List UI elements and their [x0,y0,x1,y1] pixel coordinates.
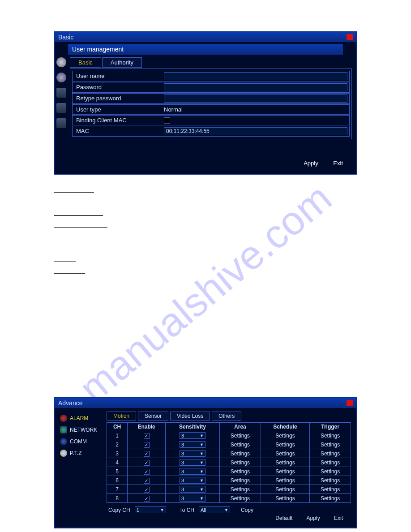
close-icon[interactable] [347,34,353,40]
cell-enable: ✓ [128,449,166,458]
retype-label: Retype password [73,94,162,103]
comm-icon [60,438,67,445]
tab-motion[interactable]: Motion [107,412,136,420]
sensitivity-select[interactable]: 3▼ [180,486,206,493]
area-settings-button[interactable]: Settings [220,458,261,467]
sensitivity-select[interactable]: 3▼ [180,441,206,448]
cell-sensitivity: 3▼ [165,476,219,485]
button-row: Apply Exit [70,157,352,169]
schedule-settings-button[interactable]: Settings [261,431,309,440]
display-icon[interactable] [56,88,66,98]
username-input[interactable] [164,72,347,80]
users-icon[interactable] [56,118,66,128]
default-button[interactable]: Default [275,515,292,521]
cell-sensitivity: 3▼ [165,431,219,440]
password-input[interactable] [164,83,347,91]
enable-checkbox[interactable]: ✓ [144,433,150,439]
area-settings-button[interactable]: Settings [220,449,261,458]
schedule-settings-button[interactable]: Settings [261,449,309,458]
apply-button[interactable]: Apply [304,160,318,167]
copy-ch-select[interactable]: 1▼ [135,506,166,513]
schedule-settings-button[interactable]: Settings [261,485,309,494]
sensitivity-select[interactable]: 3▼ [180,450,206,457]
table-row: 4✓3▼SettingsSettingsSettings [107,458,351,467]
area-settings-button[interactable]: Settings [220,476,261,485]
schedule-settings-button[interactable]: Settings [261,440,309,449]
schedule-settings-button[interactable]: Settings [261,476,309,485]
sensitivity-select[interactable]: 3▼ [180,477,206,484]
trigger-settings-button[interactable]: Settings [310,485,351,494]
sensitivity-select[interactable]: 3▼ [180,459,206,466]
mac-input[interactable] [164,127,347,135]
col-ch: CH [107,423,128,431]
tab-sensor[interactable]: Sensor [138,412,168,420]
enable-checkbox[interactable]: ✓ [144,487,150,493]
close-icon[interactable] [347,400,353,406]
area-settings-button[interactable]: Settings [220,440,261,449]
retype-input[interactable] [164,94,347,103]
area-settings-button[interactable]: Settings [220,494,261,503]
trigger-settings-button[interactable]: Settings [310,449,351,458]
cell-ch: 8 [107,494,128,503]
enable-checkbox[interactable]: ✓ [144,469,150,475]
area-settings-button[interactable]: Settings [220,431,261,440]
nav-label: P.T.Z [70,450,81,456]
apply-button[interactable]: Apply [307,515,320,521]
advance-window: Advance ALARM NETWORK COMM P. [54,397,357,528]
sidebar [55,55,68,174]
area-settings-button[interactable]: Settings [220,467,261,476]
inner-title-label: User management [72,46,124,53]
cell-ch: 4 [107,458,128,467]
schedule-settings-button[interactable]: Settings [261,467,309,476]
tab-others[interactable]: Others [212,412,241,420]
nav-label: ALARM [70,415,88,421]
exit-button[interactable]: Exit [334,515,343,521]
table-row: 3✓3▼SettingsSettingsSettings [107,449,351,458]
enable-checkbox[interactable]: ✓ [144,442,150,448]
to-ch-select[interactable]: All▼ [199,506,230,513]
cell-enable: ✓ [128,458,166,467]
nav-label: NETWORK [70,427,97,433]
exit-button[interactable]: Exit [333,160,343,167]
trigger-settings-button[interactable]: Settings [310,467,351,476]
alarm-icon [60,415,67,422]
sensitivity-select[interactable]: 3▼ [180,495,206,502]
cell-enable: ✓ [128,431,166,440]
enable-checkbox[interactable]: ✓ [144,451,150,457]
nav-ptz[interactable]: P.T.Z [56,447,106,459]
enable-checkbox[interactable]: ✓ [144,478,150,484]
nav-comm[interactable]: COMM [56,436,106,447]
col-sensitivity: Sensitivity [165,423,219,431]
trigger-settings-button[interactable]: Settings [310,440,351,449]
copy-button[interactable]: Copy [241,507,253,513]
area-settings-button[interactable]: Settings [220,485,261,494]
enable-checkbox[interactable]: ✓ [144,460,150,466]
ptz-icon [60,450,67,457]
cell-sensitivity: 3▼ [165,440,219,449]
trigger-settings-button[interactable]: Settings [310,494,351,503]
gear-icon[interactable] [56,57,66,67]
schedule-settings-button[interactable]: Settings [261,458,309,467]
chart-icon[interactable] [56,103,66,113]
trigger-settings-button[interactable]: Settings [310,458,351,467]
sensitivity-select[interactable]: 3▼ [180,432,206,439]
chevron-down-icon: ▼ [200,487,204,492]
tab-authority[interactable]: Authority [102,57,142,68]
tab-basic[interactable]: Basic [70,57,101,68]
disc-icon[interactable] [56,73,66,82]
enable-checkbox[interactable]: ✓ [144,496,150,502]
motion-table: CH Enable Sensitivity Area Schedule Trig… [107,422,351,503]
tab-video-loss[interactable]: Video Loss [170,412,210,420]
schedule-settings-button[interactable]: Settings [261,494,309,503]
cell-enable: ✓ [128,485,166,494]
cell-sensitivity: 3▼ [165,485,219,494]
nav-network[interactable]: NETWORK [56,424,106,436]
nav-alarm[interactable]: ALARM [56,412,106,424]
usertype-value[interactable]: Normal [162,105,349,114]
sensitivity-select[interactable]: 3▼ [180,468,206,475]
trigger-settings-button[interactable]: Settings [310,431,351,440]
col-enable: Enable [128,423,166,431]
table-row: 6✓3▼SettingsSettingsSettings [107,476,351,485]
binding-checkbox[interactable] [164,117,170,124]
trigger-settings-button[interactable]: Settings [310,476,351,485]
